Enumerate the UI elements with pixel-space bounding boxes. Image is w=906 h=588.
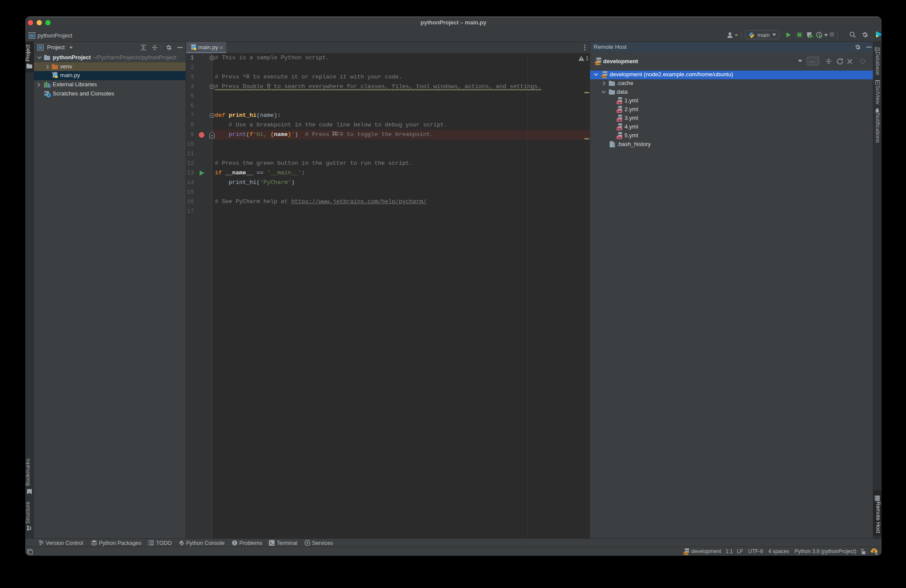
svg-text:SFTP: SFTP: [595, 62, 601, 65]
svg-text:?: ?: [612, 143, 614, 148]
svg-text:YML: YML: [617, 136, 622, 139]
svg-text:YML: YML: [617, 119, 622, 122]
svg-text:YML: YML: [617, 128, 622, 130]
svg-text:SFTP: SFTP: [683, 553, 689, 555]
svg-text:YML: YML: [617, 102, 622, 104]
svg-text:SFTP: SFTP: [601, 75, 607, 78]
svg-text:YML: YML: [617, 110, 622, 113]
